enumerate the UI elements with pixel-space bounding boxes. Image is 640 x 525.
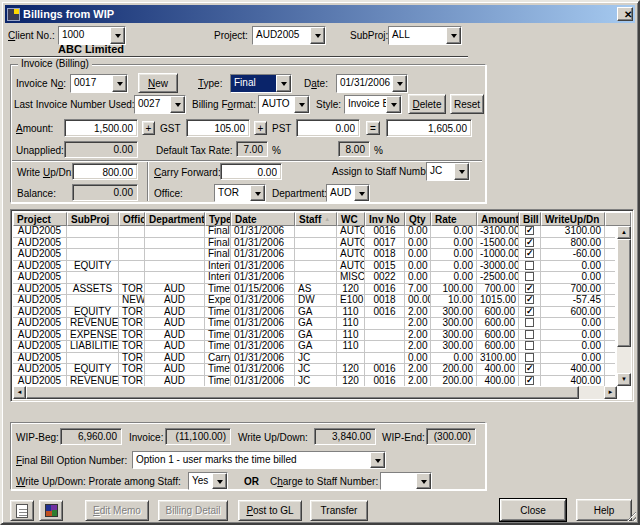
grid-row[interactable]: AUD2005Interim01/31/2006MISC00220.000.00… [13, 272, 615, 284]
column-header-rate[interactable]: Rate [431, 212, 477, 226]
new-button[interactable]: New [138, 73, 178, 93]
type-dropdown-arrow-icon[interactable] [276, 75, 291, 92]
grid-row[interactable]: AUD2005EQUITYTORAUDTime01/31/2006JC12000… [13, 364, 615, 376]
office-select[interactable]: TOR [214, 184, 266, 202]
equals-button[interactable]: = [366, 121, 380, 135]
grid-row[interactable]: AUD2005EQUITYTORAUDTime01/31/2006GA11000… [13, 307, 615, 319]
column-header-staff[interactable]: Staff▲ [295, 212, 337, 226]
grid-row[interactable]: AUD2005EXPENSETORAUDTime01/31/2006GA1102… [13, 330, 615, 342]
bill-checkbox[interactable] [525, 307, 534, 316]
scroll-down-arrow-icon[interactable]: ▼ [617, 373, 631, 386]
project-select[interactable]: AUD2005 [252, 26, 326, 45]
column-header-wc[interactable]: WC [337, 212, 365, 226]
prorate-select[interactable]: Yes [188, 472, 228, 490]
post-to-gl-button[interactable]: Post to GL [238, 500, 302, 521]
column-header-writeup-dn[interactable]: WriteUp/Dn [541, 212, 605, 226]
final-bill-option-select[interactable]: Option 1 - user marks the time billed [132, 451, 386, 469]
invoice-no-select[interactable]: 0017 [70, 74, 128, 93]
horizontal-scrollbar[interactable]: ◄ ► [13, 386, 617, 399]
bill-checkbox[interactable] [525, 295, 534, 304]
style-dropdown-arrow-icon[interactable] [386, 96, 401, 113]
grid-row[interactable]: AUD2005NEWAUDExpense01/31/2006DWE1000018… [13, 295, 615, 307]
charge-staff-dropdown-arrow-icon[interactable] [416, 473, 431, 489]
grid-row[interactable]: AUD2005ASSETSTORAUDTime01/15/2006AS12000… [13, 284, 615, 296]
bill-checkbox[interactable] [525, 318, 534, 327]
billing-format-select[interactable]: AUTO [258, 95, 310, 114]
billing-detail-button[interactable]: Billing Detail [158, 500, 228, 521]
edit-memo-button[interactable]: Edit Memo [85, 500, 149, 521]
close-button[interactable]: Close [500, 499, 566, 521]
report-button[interactable] [10, 500, 34, 521]
grid-row[interactable]: AUD2005TORAUDCarry Forward01/31/2006JC0.… [13, 353, 615, 365]
grid-row[interactable]: AUD2005Final01/31/2006AUTO00180.000.00-1… [13, 249, 615, 261]
department-select[interactable]: AUD [326, 184, 370, 202]
grid-row[interactable]: AUD2005Final01/31/2006AUTO00170.000.00-1… [13, 238, 615, 250]
bill-checkbox[interactable] [525, 249, 534, 258]
title-bar[interactable]: Billings from WIP ✕ [5, 5, 635, 23]
column-header-type[interactable]: Type [205, 212, 231, 226]
amount-input[interactable] [64, 119, 138, 137]
wip-end-value: (300.00) [426, 428, 476, 445]
style-select[interactable]: Invoice B [344, 95, 402, 114]
vertical-scrollbar[interactable]: ▲ ▼ [617, 226, 631, 386]
bill-checkbox[interactable] [525, 376, 534, 385]
column-header-department[interactable]: Department [145, 212, 205, 226]
transfer-button[interactable]: Transfer [310, 500, 368, 521]
bill-checkbox[interactable] [525, 272, 534, 281]
column-header-date[interactable]: Date [231, 212, 295, 226]
amount-plus-button[interactable]: + [142, 121, 155, 135]
bill-checkbox[interactable] [525, 330, 534, 339]
scroll-right-arrow-icon[interactable]: ► [604, 386, 617, 399]
last-invoice-dropdown-arrow-icon[interactable] [170, 96, 185, 113]
bill-checkbox[interactable] [525, 238, 534, 247]
bill-checkbox[interactable] [525, 364, 534, 373]
scroll-up-arrow-icon[interactable]: ▲ [617, 226, 631, 239]
type-select[interactable]: Final [230, 74, 292, 93]
pst-input[interactable] [296, 119, 360, 137]
department-dropdown-arrow-icon[interactable] [354, 185, 369, 201]
billing-format-dropdown-arrow-icon[interactable] [294, 96, 309, 113]
close-window-button[interactable]: ✕ [617, 7, 633, 21]
column-header-bill[interactable]: Bill [519, 212, 541, 226]
final-bill-option-dropdown-arrow-icon[interactable] [370, 452, 385, 468]
client-no-dropdown-arrow-icon[interactable] [110, 27, 125, 44]
gst-input[interactable] [186, 119, 250, 137]
help-button[interactable]: Help [576, 499, 632, 521]
bill-checkbox[interactable] [525, 226, 534, 235]
bill-checkbox[interactable] [525, 261, 534, 270]
last-invoice-select[interactable]: 0027 [134, 95, 186, 114]
column-header-project[interactable]: Project [13, 212, 67, 226]
assign-staff-dropdown-arrow-icon[interactable] [454, 163, 469, 180]
scroll-left-arrow-icon[interactable]: ◄ [13, 386, 26, 399]
vertical-scrollbar-thumb[interactable] [617, 239, 631, 347]
column-header-qty[interactable]: Qty [405, 212, 431, 226]
grid-row[interactable]: AUD2005REVENUETORAUDTime01/31/2006GA1102… [13, 318, 615, 330]
bill-checkbox[interactable] [525, 353, 534, 362]
charge-staff-select[interactable] [380, 472, 432, 490]
grid-row[interactable]: AUD2005LIABILITIESTORAUDTime01/31/2006GA… [13, 341, 615, 353]
prorate-dropdown-arrow-icon[interactable] [212, 473, 227, 489]
detail-view-button[interactable] [39, 500, 63, 521]
column-header-inv-no[interactable]: Inv No [365, 212, 405, 226]
date-select[interactable]: 01/31/2006 [336, 74, 408, 93]
carry-forward-input[interactable] [220, 163, 282, 180]
delete-button[interactable]: Delete [408, 94, 446, 114]
invoice-no-dropdown-arrow-icon[interactable] [112, 75, 127, 92]
assign-staff-select[interactable]: JC [426, 162, 470, 181]
bill-checkbox[interactable] [525, 341, 534, 350]
write-up-dn-input[interactable] [72, 163, 138, 180]
office-dropdown-arrow-icon[interactable] [250, 185, 265, 201]
gst-plus-button[interactable]: + [254, 121, 267, 135]
subproj-select[interactable]: ALL [388, 26, 462, 45]
date-dropdown-arrow-icon[interactable] [392, 75, 407, 92]
horizontal-scrollbar-thumb[interactable] [26, 386, 579, 399]
project-dropdown-arrow-icon[interactable] [310, 27, 325, 44]
column-header-amount[interactable]: Amount [477, 212, 519, 226]
grid-row[interactable]: AUD2005Final01/31/2006AUTO00160.000.00-3… [13, 226, 615, 238]
reset-button[interactable]: Reset [450, 94, 484, 114]
column-header-office[interactable]: Office [119, 212, 145, 226]
column-header-subproj[interactable]: SubProj [67, 212, 119, 226]
subproj-dropdown-arrow-icon[interactable] [446, 27, 461, 44]
grid-row[interactable]: AUD2005EQUITYInterim01/31/2006AUTO00150.… [13, 261, 615, 273]
bill-checkbox[interactable] [525, 284, 534, 293]
